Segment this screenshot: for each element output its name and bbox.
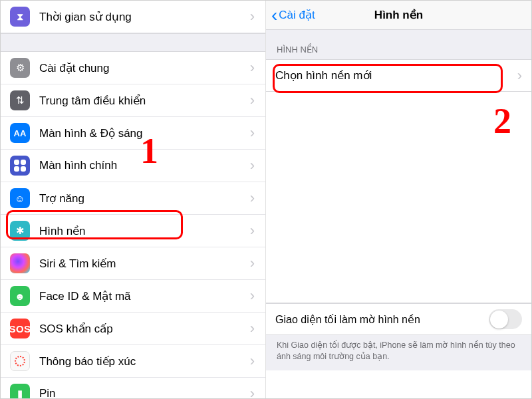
section-gap: [1, 33, 265, 52]
choose-new-wallpaper-label: Chọn hình nền mới: [275, 68, 517, 82]
sliders-icon: ⇅: [10, 90, 30, 110]
settings-row-label: SOS khẩn cấp: [39, 322, 250, 336]
chevron-right-icon: ›: [250, 352, 256, 370]
sos-icon: SOS: [10, 319, 30, 338]
chevron-right-icon: ›: [250, 124, 256, 142]
settings-row-wallpaper[interactable]: ✱Hình nền›: [1, 215, 265, 247]
choose-new-wallpaper-row[interactable]: Chọn hình nền mới ›: [266, 60, 531, 92]
settings-row-label: Hình nền: [39, 224, 250, 238]
hourglass-icon: ⧗: [10, 7, 30, 27]
settings-row-screen-time[interactable]: ⧗ Thời gian sử dụng ›: [1, 1, 265, 33]
settings-row-gear[interactable]: ⚙Cài đặt chung›: [1, 52, 265, 84]
settings-row-label: Trung tâm điều khiển: [39, 94, 250, 108]
dark-dims-wallpaper-label: Giao diện tối làm mờ hình nền: [275, 313, 489, 326]
settings-row-accessibility[interactable]: ☺Trợ năng›: [1, 182, 265, 215]
settings-row-label: Trợ năng: [39, 192, 250, 205]
chevron-right-icon: ›: [250, 385, 256, 398]
accessibility-icon: ☺: [10, 188, 30, 208]
settings-row-label: Pin: [39, 387, 250, 398]
settings-row-label: Siri & Tìm kiếm: [39, 257, 250, 271]
settings-row-label: Màn hình chính: [39, 159, 250, 172]
nav-bar: ‹ Cài đặt Hình nền: [266, 1, 531, 30]
settings-row-battery[interactable]: ▮Pin›: [1, 378, 265, 398]
gear-icon: ⚙: [10, 58, 30, 78]
chevron-right-icon: ›: [250, 59, 256, 76]
dark-dims-footer: Khi Giao diện tối được bật, iPhone sẽ là…: [266, 335, 531, 370]
dark-dims-wallpaper-row[interactable]: Giao diện tối làm mờ hình nền: [266, 303, 531, 335]
settings-row-exposure[interactable]: Thông báo tiếp xúc›: [1, 345, 265, 378]
settings-row-label: Face ID & Mật mã: [39, 289, 250, 303]
settings-row-home-screen[interactable]: Màn hình chính›: [1, 150, 265, 182]
wallpaper-icon: ✱: [10, 221, 30, 241]
chevron-right-icon: ›: [250, 157, 256, 174]
chevron-right-icon: ›: [250, 222, 256, 239]
chevron-right-icon: ›: [250, 8, 256, 25]
settings-row-label: Cài đặt chung: [39, 61, 250, 75]
exposure-icon: [10, 351, 30, 371]
settings-list-panel: ⧗ Thời gian sử dụng › ⚙Cài đặt chung›⇅Tr…: [1, 1, 266, 398]
settings-row-siri[interactable]: Siri & Tìm kiếm›: [1, 247, 265, 280]
chevron-right-icon: ›: [250, 190, 256, 207]
chevron-right-icon: ›: [250, 320, 256, 337]
chevron-right-icon: ›: [250, 92, 256, 109]
back-button[interactable]: ‹ Cài đặt: [266, 6, 315, 25]
settings-row-faceid[interactable]: ☻Face ID & Mật mã›: [1, 280, 265, 313]
back-label: Cài đặt: [279, 8, 315, 22]
settings-row-sos[interactable]: SOSSOS khẩn cấp›: [1, 313, 265, 345]
settings-row-label: Thời gian sử dụng: [39, 10, 250, 24]
settings-row-sliders[interactable]: ⇅Trung tâm điều khiển›: [1, 84, 265, 117]
chevron-left-icon: ‹: [271, 6, 277, 25]
wallpaper-preview-area: [266, 92, 531, 303]
faceid-icon: ☻: [10, 286, 30, 306]
display-brightness-icon: AA: [10, 123, 30, 143]
wallpaper-detail-panel: ‹ Cài đặt Hình nền HÌNH NỀN Chọn hình nề…: [266, 1, 531, 398]
chevron-right-icon: ›: [250, 287, 256, 305]
dark-dims-toggle[interactable]: [489, 309, 522, 329]
home-screen-icon: [10, 156, 30, 176]
chevron-right-icon: ›: [250, 255, 256, 272]
section-header-wallpaper: HÌNH NỀN: [266, 30, 531, 60]
settings-row-label: Thông báo tiếp xúc: [39, 354, 250, 368]
siri-icon: [10, 253, 30, 273]
chevron-right-icon: ›: [517, 67, 522, 84]
battery-icon: ▮: [10, 384, 30, 398]
settings-row-display-brightness[interactable]: AAMàn hình & Độ sáng›: [1, 117, 265, 150]
settings-row-label: Màn hình & Độ sáng: [39, 126, 250, 140]
